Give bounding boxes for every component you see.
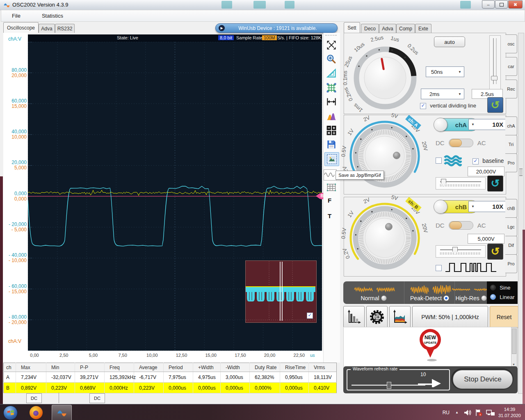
width-measure-button[interactable] — [324, 95, 338, 108]
panel-tab-adva[interactable]: Adva — [379, 24, 396, 33]
timebase-knob[interactable]: 25us10us2.5us1us0.2us0.1ms0.2ms1ms — [346, 37, 432, 115]
panel-tab-comp[interactable]: Comp — [396, 24, 415, 33]
zoom-in-button[interactable] — [324, 53, 338, 66]
side-tab-lgc-7[interactable]: Lgc — [505, 217, 517, 236]
channel-a-coupling-switch[interactable]: DC AC — [436, 139, 486, 147]
grid-button[interactable] — [324, 81, 338, 94]
column-header[interactable]: RiseTime — [280, 363, 309, 372]
minimize-button[interactable]: – — [482, 0, 495, 9]
channel-a-volts-knob[interactable]: 0.2V0.5V1V2V5V10V20Vch: A — [346, 116, 436, 195]
interp-sine-option[interactable]: Sine — [490, 285, 510, 291]
device-status-banner[interactable]: ▶ WinUsb Device : 19121 is available. — [215, 23, 338, 33]
expand-button[interactable] — [324, 39, 338, 52]
menu-item-file[interactable]: File — [1, 13, 31, 19]
channel-a-invert-option[interactable] — [436, 158, 442, 164]
clock[interactable]: 14:39 31.07.2020 — [498, 406, 521, 419]
tab-rs232[interactable]: RS232 — [55, 24, 75, 33]
channel-b-offset-slider[interactable] — [436, 245, 486, 258]
refresh-slider-thumb[interactable] — [387, 382, 391, 389]
menu-item-statistics[interactable]: Statistics — [31, 13, 74, 19]
scroll-down-arrow[interactable]: ▼ — [512, 363, 515, 366]
side-tab-dif-8[interactable]: Dif — [505, 236, 517, 255]
timebase-select[interactable]: 2ms▼ — [421, 89, 464, 99]
action-center-flag-icon[interactable]: x — [475, 409, 483, 416]
panel-tab-sett[interactable]: Sett — [344, 22, 360, 33]
channel-b-probe-select[interactable]: ▼10X — [468, 201, 508, 212]
coupling-indicator-chb[interactable]: DC — [89, 393, 105, 403]
network-icon[interactable] — [486, 409, 495, 416]
column-header[interactable]: Duty Rate — [250, 363, 280, 372]
math-button[interactable] — [324, 124, 338, 137]
maximize-button[interactable] — [495, 0, 508, 9]
coupling-switch-track[interactable] — [449, 139, 473, 147]
panel-tab-exte[interactable]: Exte — [415, 24, 431, 33]
radio-icon[interactable] — [481, 295, 487, 301]
column-header[interactable]: ch — [4, 363, 16, 372]
column-header[interactable]: Min — [46, 363, 75, 372]
side-tab-car-1[interactable]: car — [505, 57, 517, 76]
channel-a-probe-select[interactable]: ▼10X — [468, 119, 508, 130]
histogram-tool-button[interactable] — [343, 306, 365, 328]
close-button[interactable]: ✖ — [508, 0, 523, 9]
coupling-indicator-cha[interactable]: DC — [26, 393, 42, 403]
panel-scrollbar[interactable]: ▼ — [511, 327, 517, 367]
timebase-fine-slider[interactable] — [489, 35, 501, 89]
column-header[interactable]: P-P — [75, 363, 105, 372]
area-chart-tool-button[interactable] — [389, 306, 411, 328]
side-tab-cha-3[interactable]: chA — [505, 116, 517, 135]
spectrum-button[interactable] — [324, 110, 338, 123]
column-header[interactable]: -Width — [221, 363, 250, 372]
radio-icon[interactable] — [381, 295, 387, 301]
coupling-switch-track[interactable] — [449, 221, 473, 230]
measurement-row-A[interactable]: A7,234V-32,037V39,271V125,392kHz-6,717V7… — [4, 372, 337, 383]
tab-oscilloscope[interactable]: Oscilloscope — [3, 22, 39, 33]
side-tab-rec-2[interactable]: Rec — [505, 80, 517, 98]
timebase-reset-button[interactable]: ↺ — [487, 97, 503, 113]
vertical-divider-option[interactable]: ✓ vertical dividing line — [420, 103, 476, 109]
new-update-badge[interactable]: NEW UPDATE — [418, 328, 443, 363]
slider-thumb[interactable] — [491, 76, 498, 80]
trigger-button[interactable]: T — [328, 212, 331, 219]
measurement-row-B[interactable]: B0,892V0,223V0,669V0,000Hz0,223V0,000us0… — [4, 383, 337, 393]
panel-tab-deco[interactable]: Deco — [361, 24, 379, 33]
screenshot-button[interactable] — [324, 152, 339, 166]
channel-a-reset-button[interactable]: ↺ — [487, 176, 503, 192]
side-tab-tri-4[interactable]: Tri — [505, 135, 517, 154]
triangle-ruler-button[interactable] — [324, 67, 338, 80]
reset-button[interactable]: Reset — [490, 306, 518, 328]
side-tab-chb-6[interactable]: chB — [505, 199, 517, 218]
side-tab-osc-0[interactable]: osc — [505, 34, 517, 53]
start-button[interactable] — [3, 406, 18, 420]
inset-checkbox[interactable]: ✓ — [307, 313, 313, 319]
acquisition-mode-peak-detect[interactable]: Peak-Detect — [404, 281, 455, 304]
sample-interval-select[interactable]: 50ns▼ — [426, 66, 464, 77]
column-header[interactable]: Freq — [105, 363, 134, 372]
column-header[interactable]: Vrms — [309, 363, 337, 372]
channel-a-offset-slider[interactable] — [436, 177, 486, 189]
side-tab-pro-5[interactable]: Pro — [505, 153, 517, 172]
column-header[interactable]: Average — [134, 363, 164, 372]
side-tab-pro-9[interactable]: Pro — [505, 254, 517, 273]
tray-expand-icon[interactable]: ▲ — [455, 411, 459, 414]
osc-app-taskbar-button[interactable] — [52, 405, 72, 420]
channel-a-baseline-option[interactable]: ✓ baseline — [472, 158, 504, 164]
fft-button[interactable]: F — [328, 197, 331, 204]
column-header[interactable]: Max — [16, 363, 46, 372]
channel-b-volts-knob[interactable]: 0.2V0.5V1V2V5V10V20Vch: B — [346, 199, 436, 277]
vertical-divider-checkbox[interactable]: ✓ — [420, 103, 426, 109]
channel-b-coupling-switch[interactable]: DC AC — [436, 221, 486, 230]
acquisition-mode-normal[interactable]: Normal — [343, 281, 404, 304]
volume-icon[interactable] — [463, 409, 471, 416]
auto-button[interactable]: auto — [434, 37, 465, 47]
settings-tool-button[interactable] — [366, 306, 388, 328]
acquisition-mode-high-res[interactable]: High-Res — [454, 281, 487, 304]
pwm-button[interactable]: PWM: 50% | 1,000kHz — [412, 306, 488, 328]
firefox-taskbar-icon[interactable] — [30, 406, 43, 419]
language-indicator[interactable]: RU — [443, 410, 450, 415]
stop-device-button[interactable]: Stop Device — [453, 370, 513, 389]
save-button[interactable] — [324, 138, 338, 151]
column-header[interactable]: Period — [164, 363, 193, 372]
baseline-checkbox[interactable]: ✓ — [472, 158, 479, 164]
tab-adva[interactable]: Adva — [39, 24, 55, 33]
table-grid-button[interactable] — [324, 180, 338, 194]
